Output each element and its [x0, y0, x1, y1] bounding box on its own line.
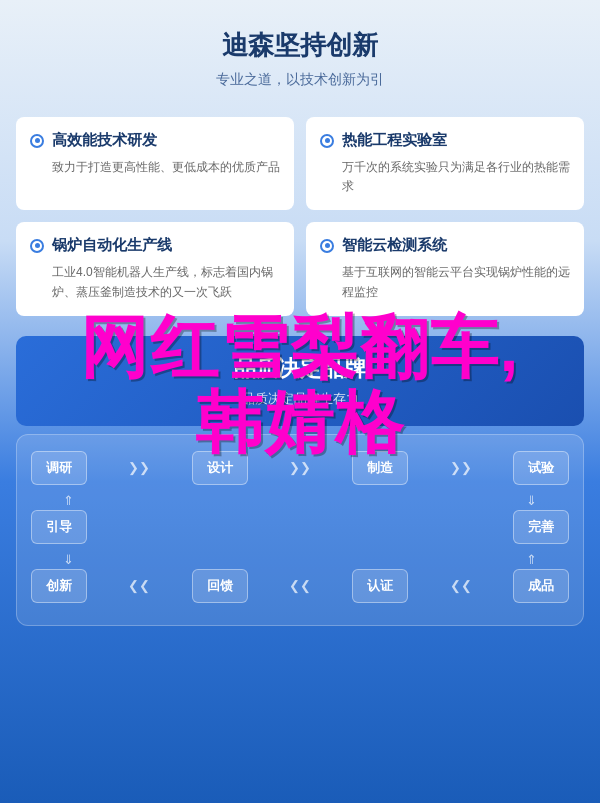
banner-subtitle: 品质决定品牌生存力	[36, 390, 564, 408]
card-0-desc: 致力于打造更高性能、更低成本的优质产品	[30, 158, 280, 177]
card-1-desc: 万千次的系统实验只为满足各行业的热能需求	[320, 158, 570, 196]
header-section: 迪森坚持创新 专业之道，以技术创新为引	[0, 0, 600, 105]
arrow-r1: ❯❯	[87, 460, 192, 475]
flow-row-2: 引导 完善	[31, 510, 569, 544]
card-2-desc: 工业4.0智能机器人生产线，标志着国内锅炉、蒸压釜制造技术的又一次飞跃	[30, 263, 280, 301]
arrow-down-left: ⇓	[63, 552, 74, 567]
card-1-dot	[320, 134, 334, 148]
flow-node-test: 试验	[513, 451, 569, 485]
arrow-up-left: ⇑	[63, 493, 74, 508]
banner-title: 品质决定品牌	[36, 354, 564, 384]
arrow-l1: ❮❮	[87, 578, 192, 593]
card-2: 锅炉自动化生产线 工业4.0智能机器人生产线，标志着国内锅炉、蒸压釜制造技术的又…	[16, 222, 294, 315]
arrow-r2: ❯❯	[248, 460, 353, 475]
card-1-title: 热能工程实验室	[342, 131, 447, 150]
arrow-l2: ❮❮	[248, 578, 353, 593]
card-0: 高效能技术研发 致力于打造更高性能、更低成本的优质产品	[16, 117, 294, 210]
flow-node-survey: 调研	[31, 451, 87, 485]
middle-banner: 品质决定品牌 品质决定品牌生存力	[16, 336, 584, 426]
flow-node-guide: 引导	[31, 510, 87, 544]
arrow-up-right: ⇑	[526, 552, 537, 567]
flow-node-feedback: 回馈	[192, 569, 248, 603]
card-2-header: 锅炉自动化生产线	[30, 236, 280, 255]
card-1-header: 热能工程实验室	[320, 131, 570, 150]
flow-side-arrows-1: ⇑ ⇓	[31, 491, 569, 510]
flow-node-certify: 认证	[352, 569, 408, 603]
card-2-title: 锅炉自动化生产线	[52, 236, 172, 255]
header-title: 迪森坚持创新	[20, 28, 580, 63]
card-3-title: 智能云检测系统	[342, 236, 447, 255]
card-3: 智能云检测系统 基于互联网的智能云平台实现锅炉性能的远程监控	[306, 222, 584, 315]
flow-node-innovate: 创新	[31, 569, 87, 603]
flow-node-manufacture: 制造	[352, 451, 408, 485]
arrow-down-right: ⇓	[526, 493, 537, 508]
flow-side-arrows-2: ⇓ ⇑	[31, 550, 569, 569]
header-subtitle: 专业之道，以技术创新为引	[20, 71, 580, 89]
card-0-header: 高效能技术研发	[30, 131, 280, 150]
arrow-r3: ❯❯	[408, 460, 513, 475]
flow-node-product: 成品	[513, 569, 569, 603]
card-0-dot	[30, 134, 44, 148]
arrow-l3: ❮❮	[408, 578, 513, 593]
page-wrapper: 迪森坚持创新 专业之道，以技术创新为引 高效能技术研发 致力于打造更高性能、更低…	[0, 0, 600, 803]
card-2-dot	[30, 239, 44, 253]
cards-grid: 高效能技术研发 致力于打造更高性能、更低成本的优质产品 热能工程实验室 万千次的…	[0, 105, 600, 328]
card-1: 热能工程实验室 万千次的系统实验只为满足各行业的热能需求	[306, 117, 584, 210]
flow-row-1: 调研 ❯❯ 设计 ❯❯ 制造 ❯❯ 试验	[31, 451, 569, 485]
flow-node-design: 设计	[192, 451, 248, 485]
flow-node-improve: 完善	[513, 510, 569, 544]
card-3-desc: 基于互联网的智能云平台实现锅炉性能的远程监控	[320, 263, 570, 301]
card-3-dot	[320, 239, 334, 253]
card-0-title: 高效能技术研发	[52, 131, 157, 150]
card-3-header: 智能云检测系统	[320, 236, 570, 255]
flow-section: 调研 ❯❯ 设计 ❯❯ 制造 ❯❯ 试验 ⇑ ⇓ 引导 完善 ⇓ ⇑ 创新 ❮❮	[16, 434, 584, 626]
flow-row-3: 创新 ❮❮ 回馈 ❮❮ 认证 ❮❮ 成品	[31, 569, 569, 603]
